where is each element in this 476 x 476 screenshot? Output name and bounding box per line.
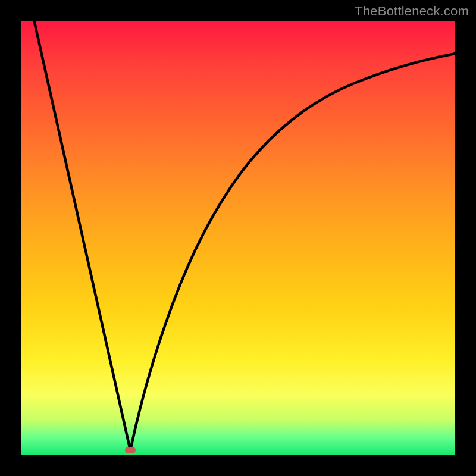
curve-right-leg xyxy=(130,54,455,450)
bottleneck-curve xyxy=(21,21,455,455)
watermark-text: TheBottleneck.com xyxy=(355,4,469,19)
minimum-marker xyxy=(125,447,136,453)
curve-left-leg xyxy=(34,20,130,450)
plot-area xyxy=(21,21,455,455)
chart-frame: TheBottleneck.com xyxy=(0,0,476,476)
